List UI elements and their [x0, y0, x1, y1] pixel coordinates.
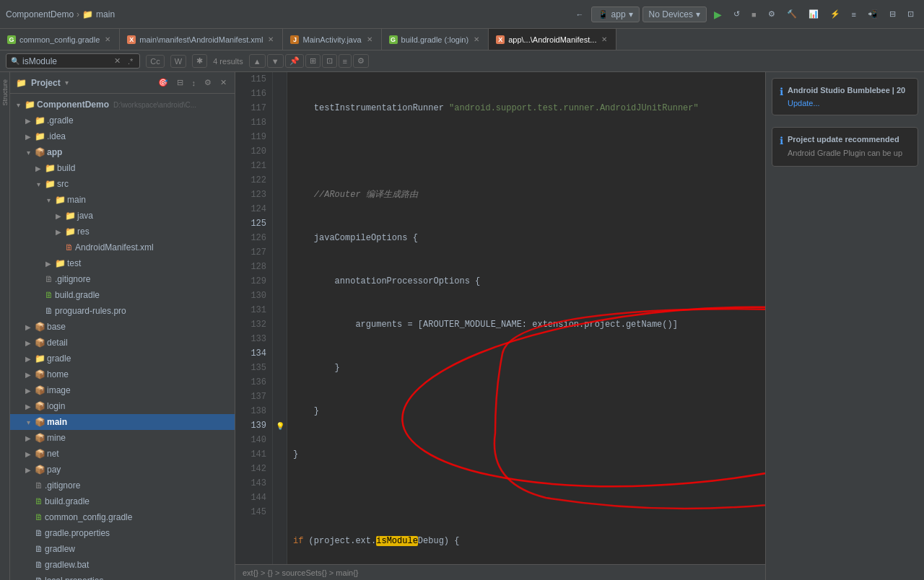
gutter-145 — [273, 505, 287, 519]
search-word-button[interactable]: W — [170, 55, 186, 68]
tree-item-root[interactable]: ▾ 📁 ComponentDemo D:\workspace\android\C… — [10, 97, 235, 113]
tree-item-src[interactable]: ▾ 📁 src — [10, 176, 235, 192]
tree-item-gradlew-bat[interactable]: ▶ 🗎 gradlew.bat — [10, 557, 235, 573]
tree-item-gradle[interactable]: ▶ 📁 .gradle — [10, 113, 235, 128]
analyze-button[interactable]: 📊 — [804, 7, 823, 21]
tree-item-main-module[interactable]: ▾ 📦 main — [10, 414, 235, 430]
collapse-all-button[interactable]: ⊟ — [175, 77, 186, 88]
code-line-118: javaCompileOptions { — [293, 231, 759, 245]
search-next-button[interactable]: ▼ — [267, 54, 284, 68]
search-input[interactable] — [22, 56, 109, 66]
layout-button[interactable]: ⊡ — [903, 7, 918, 21]
tree-item-gitignore-root[interactable]: ▶ 🗎 .gitignore — [10, 478, 235, 493]
search-prev-button[interactable]: ▲ — [249, 54, 266, 68]
tree-item-java[interactable]: ▶ 📁 java — [10, 208, 235, 224]
tree-item-build-gradle-root[interactable]: ▶ 🗎 build.gradle — [10, 493, 235, 509]
tree-item-login[interactable]: ▶ 📦 login — [10, 398, 235, 414]
stop-button[interactable]: ■ — [747, 8, 761, 21]
sort-button[interactable]: ↕ — [190, 78, 199, 88]
search-options-3[interactable]: ≡ — [339, 54, 352, 68]
gutter-123 — [273, 188, 287, 202]
device-manager-button[interactable]: 📲 — [863, 7, 882, 21]
split-button[interactable]: ⊟ — [885, 7, 900, 21]
tab-app-manifest-close[interactable]: ✕ — [600, 35, 609, 44]
line-num-132: 132 — [238, 317, 266, 332]
tab-android-manifest[interactable]: X main\manifest\AndroidManifest.xml ✕ — [120, 29, 283, 50]
gutter-138 — [273, 404, 287, 418]
build-gradle-root-icon: 🗎 — [35, 496, 43, 506]
tree-item-mine[interactable]: ▶ 📦 mine — [10, 430, 235, 446]
manifest-file-icon: 🗎 — [65, 242, 74, 252]
image-module-icon: 📦 — [35, 385, 45, 395]
tree-item-main[interactable]: ▾ 📁 main — [10, 192, 235, 208]
code-line-125: if (project.ext.isModuleDebug) { — [293, 534, 759, 548]
run-button[interactable]: ▶ — [710, 6, 726, 22]
idea-label: .idea — [47, 131, 66, 141]
tab-android-manifest-label: main\manifest\AndroidManifest.xml — [139, 35, 263, 44]
tree-item-pay[interactable]: ▶ 📦 pay — [10, 462, 235, 478]
gutter-119 — [273, 130, 287, 144]
search-regex-button[interactable]: .* — [126, 56, 135, 66]
sync-button[interactable]: ⚙ — [764, 7, 780, 21]
project-update-header: ℹ Project update recommended Android Gra… — [780, 135, 910, 159]
tab-build-gradle[interactable]: G build.gradle (:login) ✕ — [382, 29, 489, 50]
settings-proj-button[interactable]: ⚙ — [202, 77, 214, 88]
code-area[interactable]: testInstrumentationRunner "android.suppo… — [287, 72, 765, 564]
project-folder-icon: 📁 — [16, 78, 27, 88]
close-proj-button[interactable]: ✕ — [218, 77, 229, 88]
tab-main-activity-close[interactable]: ✕ — [365, 35, 374, 44]
build-button[interactable]: 🔨 — [783, 7, 801, 21]
line-num-125: 125 — [238, 216, 266, 231]
search-filter-button[interactable]: ⚙ — [353, 54, 369, 68]
settings-button[interactable]: ≡ — [847, 8, 860, 21]
tree-item-proguard[interactable]: ▶ 🗎 proguard-rules.pro — [10, 303, 235, 319]
login-label: login — [47, 401, 65, 411]
breadcrumb: ComponentDemo › 📁 main — [6, 9, 567, 19]
tree-item-androidmanifest[interactable]: ▶ 🗎 AndroidManifest.xml — [10, 240, 235, 255]
tree-item-build[interactable]: ▶ 📁 build — [10, 160, 235, 176]
gradle-props-label: gradle.properties — [45, 528, 110, 538]
back-button[interactable]: ← — [572, 8, 588, 21]
code-line-120: arguments = [AROUTER_MODULE_NAME: extens… — [293, 317, 759, 332]
tab-common-config[interactable]: G common_config.gradle ✕ — [0, 29, 120, 50]
tree-item-common-config[interactable]: ▶ 🗎 common_config.gradle — [10, 509, 235, 525]
search-options-2[interactable]: ⊡ — [322, 54, 337, 68]
tab-main-activity[interactable]: J MainActivity.java ✕ — [283, 29, 381, 50]
structure-label[interactable]: Structure — [1, 79, 9, 106]
devices-dropdown[interactable]: No Devices ▾ — [642, 6, 707, 22]
tree-item-idea[interactable]: ▶ 📁 .idea — [10, 128, 235, 144]
search-clear-button[interactable]: ✕ — [112, 56, 123, 66]
bulb-icon[interactable]: 💡 — [276, 422, 284, 430]
tree-item-gitignore-app[interactable]: ▶ 🗎 .gitignore — [10, 271, 235, 287]
search-all-button[interactable]: ✱ — [192, 54, 207, 68]
tree-item-gradlew[interactable]: ▶ 🗎 gradlew — [10, 541, 235, 557]
tree-item-detail[interactable]: ▶ 📦 detail — [10, 335, 235, 351]
tab-common-config-close[interactable]: ✕ — [103, 35, 112, 44]
tree-item-gradle-folder[interactable]: ▶ 📁 gradle — [10, 351, 235, 366]
tree-item-base[interactable]: ▶ 📦 base — [10, 319, 235, 335]
search-pin-button[interactable]: 📌 — [285, 54, 304, 68]
tree-item-local-props[interactable]: ▶ 🗎 local.properties — [10, 573, 235, 580]
app-dropdown[interactable]: 📱 app ▾ — [591, 6, 640, 22]
tree-item-test[interactable]: ▶ 📁 test — [10, 255, 235, 271]
app-module-icon: 📦 — [35, 147, 45, 157]
profile-button[interactable]: ⚡ — [826, 7, 845, 21]
rerun-button[interactable]: ↺ — [729, 7, 744, 21]
tree-item-image[interactable]: ▶ 📦 image — [10, 382, 235, 398]
search-case-sensitive-button[interactable]: Cc — [146, 55, 164, 68]
tree-item-gradle-props[interactable]: ▶ 🗎 gradle.properties — [10, 525, 235, 541]
tab-android-manifest-close[interactable]: ✕ — [266, 35, 275, 44]
tab-app-manifest[interactable]: X app\...\AndroidManifest... ✕ — [489, 29, 616, 50]
login-module-icon: 📦 — [35, 401, 45, 411]
search-options-1[interactable]: ⊞ — [305, 54, 321, 68]
tree-item-res[interactable]: ▶ 📁 res — [10, 224, 235, 240]
tree-item-app[interactable]: ▾ 📦 app — [10, 144, 235, 160]
home-label: home — [47, 369, 69, 379]
gradle-folder-arrow: ▶ — [23, 355, 33, 363]
tree-item-home[interactable]: ▶ 📦 home — [10, 366, 235, 382]
locate-file-button[interactable]: 🎯 — [156, 77, 170, 88]
tab-build-gradle-close[interactable]: ✕ — [472, 35, 481, 44]
tree-item-net[interactable]: ▶ 📦 net — [10, 446, 235, 462]
tree-item-build-gradle-app[interactable]: ▶ 🗎 build.gradle — [10, 287, 235, 303]
update-link[interactable]: Update... — [788, 99, 905, 107]
